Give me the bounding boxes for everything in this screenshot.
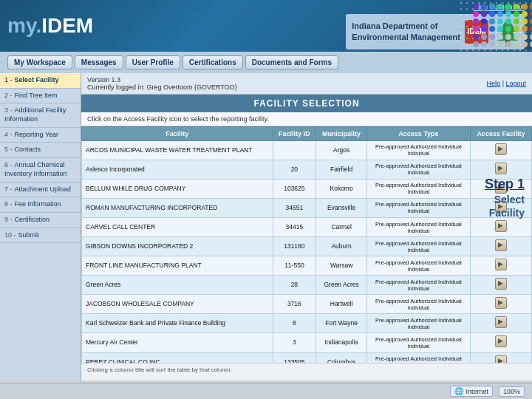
table-row: ROMAN MANUFACTURING INCORPORATED 34551 E… (82, 199, 532, 218)
color-dot (497, 34, 503, 40)
facility-name: Karl Schweizer Bank and Private Finance … (82, 314, 273, 333)
sidebar-item-4[interactable]: 4 -Reporting Year (0, 128, 81, 143)
nav-documents-forms[interactable]: Documents and Forms (245, 55, 338, 69)
col-municipality[interactable]: Municipality (316, 127, 367, 141)
facility-id: 3716 (273, 295, 316, 314)
col-access-facility[interactable]: Access Facility (470, 127, 531, 141)
navbar: My Workspace Messages User Profile Certi… (0, 52, 532, 73)
color-dot (473, 11, 479, 17)
status-right: 🌐 Internet 100% (450, 386, 525, 397)
facility-access-icon-cell (470, 295, 531, 314)
access-facility-icon[interactable] (495, 278, 507, 290)
access-facility-icon[interactable] (495, 335, 507, 347)
color-dots-decoration (469, 0, 532, 52)
facility-name: Mercury Air Center (82, 333, 273, 352)
color-dot (522, 34, 528, 40)
sidebar-item-10[interactable]: 10 -Submit (0, 228, 81, 244)
table-row: Green Acres 28 Green Acres Pre-approved … (82, 276, 532, 295)
color-dot (522, 18, 528, 24)
color-dot (473, 26, 479, 32)
facility-table-container[interactable]: Facility Facility ID Municipality Access… (81, 126, 532, 363)
color-dot (514, 26, 519, 32)
color-dot (497, 4, 503, 10)
color-dot (505, 26, 511, 32)
facility-name: CARVEL CALL CENTER (82, 218, 273, 237)
facility-access-type: Pre-approved Authorized IndividualIndivi… (367, 237, 471, 256)
access-facility-icon[interactable] (495, 239, 507, 251)
main-area: 1 -Select Facility2 -Find Tree Item3 -Ad… (0, 73, 532, 381)
color-dot (481, 11, 487, 17)
access-facility-icon[interactable] (495, 355, 507, 363)
facility-municipality: Auburn (316, 237, 367, 256)
help-logout-links: Help | Logout (487, 80, 526, 87)
facility-name: ARCOS MUNICIPAL WASTE WATER TREATMENT PL… (82, 141, 273, 160)
color-dot (489, 26, 495, 32)
logout-link[interactable]: Logout (505, 80, 526, 87)
sidebar-item-number: 4 - (4, 131, 13, 140)
nav-certifications[interactable]: Certifications (183, 55, 243, 69)
table-row: BELLUM WHILE DRUG COMPANY 103625 Kokomo … (82, 180, 532, 199)
color-dot (481, 34, 487, 40)
facility-name: GIBSON DOWNS INCORPORATED 2 (82, 237, 273, 256)
color-dot (522, 26, 528, 32)
table-row: Mercury Air Center 3 Indianapolis Pre-ap… (82, 333, 532, 352)
sidebar-item-6[interactable]: 6 -Annual Chemical Inventory Information (0, 158, 81, 182)
facility-access-type: Pre-approved Authorized IndividualIndivi… (367, 218, 471, 237)
content-panel: Version 1.3 Currently logged in: Greg Ov… (81, 73, 532, 381)
sidebar-item-8[interactable]: 8 -Fee Information (0, 197, 81, 213)
color-dot (522, 11, 528, 17)
select-label: Select (485, 194, 525, 205)
sidebar-item-5[interactable]: 5 -Contacts (0, 143, 81, 158)
facility-access-icon-cell (470, 218, 531, 237)
table-header-row: Facility Facility ID Municipality Access… (82, 127, 532, 141)
col-access-type[interactable]: Access Type (367, 127, 471, 141)
facility-access-icon-cell (470, 237, 531, 256)
facility-access-icon-cell (470, 256, 531, 276)
table-row: PEREZ CLINICAL CO INC 133505 Columbus Pr… (82, 352, 532, 363)
color-dot (505, 34, 511, 40)
col-facility-id[interactable]: Facility ID (273, 127, 316, 141)
color-dot (481, 41, 487, 47)
step1-label: Step 1 (485, 177, 525, 192)
facility-access-icon-cell (470, 141, 531, 160)
access-facility-icon[interactable] (495, 297, 507, 309)
facility-name: PEREZ CLINICAL CO INC (82, 352, 273, 363)
sidebar-item-3[interactable]: 3 -Additional Facility Information (0, 103, 81, 127)
access-facility-icon[interactable] (495, 316, 507, 328)
globe-icon: 🌐 (454, 387, 463, 395)
facility-access-type: Pre-approved Authorized IndividualIndivi… (367, 256, 471, 276)
facility-access-type: Pre-approved Authorized IndividualIndivi… (367, 180, 471, 199)
facility-municipality: Carmel (316, 218, 367, 237)
facility-municipality: Fort Wayne (316, 314, 367, 333)
access-facility-icon[interactable] (495, 163, 507, 174)
step-labels: Step 1 Select Facility (485, 177, 525, 219)
facility-id: 28 (273, 276, 316, 295)
facility-access-icon-cell (470, 276, 531, 295)
content-top-bar: Version 1.3 Currently logged in: Greg Ov… (81, 73, 532, 95)
zoom-badge: 100% (499, 386, 525, 397)
facility-id (273, 141, 316, 160)
help-link[interactable]: Help (487, 80, 501, 87)
sidebar-item-label: Annual Chemical Inventory Information (4, 161, 67, 177)
sidebar-item-2[interactable]: 2 -Find Tree Item (0, 89, 81, 104)
sidebar-item-9[interactable]: 9 -Certification (0, 213, 81, 228)
color-dot (473, 41, 479, 47)
color-dot (489, 41, 495, 47)
nav-messages[interactable]: Messages (75, 55, 123, 69)
col-facility[interactable]: Facility (82, 127, 273, 141)
sidebar-item-7[interactable]: 7 -Attachment Upload (0, 183, 81, 198)
nav-my-workspace[interactable]: My Workspace (7, 55, 72, 69)
sidebar-item-1[interactable]: 1 -Select Facility (0, 73, 81, 89)
color-dot (514, 11, 519, 17)
access-facility-icon[interactable] (495, 259, 507, 270)
access-facility-icon[interactable] (495, 220, 507, 232)
sidebar-item-number: 2 - (4, 92, 13, 100)
sidebar-item-label: Attachment Upload (15, 185, 72, 193)
color-dot (497, 41, 503, 47)
access-facility-icon[interactable] (495, 143, 507, 155)
nav-user-profile[interactable]: User Profile (126, 55, 180, 69)
table-row: CARVEL CALL CENTER 34415 Carmel Pre-appr… (82, 218, 532, 237)
color-dot (514, 41, 519, 47)
sidebar-item-number: 5 - (4, 146, 13, 154)
sidebar-item-label: Reporting Year (15, 131, 59, 138)
